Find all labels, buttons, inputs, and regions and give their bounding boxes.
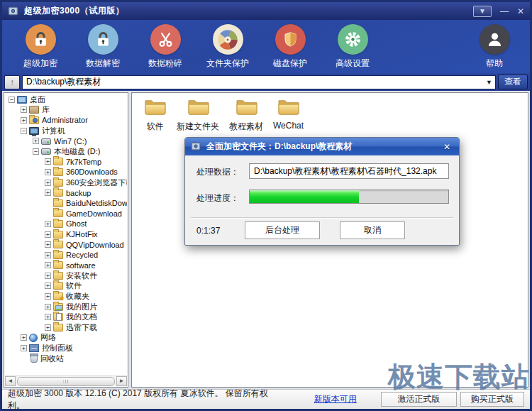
scroll-left-arrow[interactable]: ◄ (5, 376, 16, 386)
expand-toggle[interactable]: + (45, 314, 51, 320)
minimize-button[interactable]: — (500, 6, 509, 16)
title-bar[interactable]: 超级加密3000（试用版） ▼ — ✕ (2, 2, 530, 20)
tree-item[interactable]: +控制面板 (5, 343, 127, 354)
expand-toggle[interactable]: + (45, 180, 51, 186)
collapse-toggle[interactable]: − (33, 148, 39, 155)
folder-icon (53, 272, 63, 280)
expand-toggle[interactable]: + (45, 262, 51, 268)
tree-item-label: 网络 (40, 332, 56, 343)
folder-list: 软件新建文件夹教程素材WeChat (132, 93, 528, 133)
tree-item[interactable]: +收藏夹 (5, 291, 127, 302)
expand-toggle[interactable]: + (45, 293, 51, 300)
tree-item[interactable]: +我的文档 (5, 312, 127, 322)
tree-item-label: 360Downloads (66, 168, 118, 176)
expand-toggle[interactable]: + (21, 106, 27, 113)
tree-item[interactable]: −桌面 (5, 94, 127, 105)
toolbar-item-label: 文件夹保护 (206, 57, 249, 70)
expand-toggle[interactable]: + (33, 138, 39, 144)
expand-toggle[interactable]: + (45, 231, 51, 238)
tree-item[interactable]: +库 (5, 105, 127, 116)
collapse-toggle[interactable]: − (21, 128, 27, 134)
tree-item[interactable]: +Recycled (5, 250, 127, 261)
tree-item[interactable]: +QQVipDownload (5, 239, 127, 250)
up-folder-button[interactable]: ↑ (4, 75, 20, 89)
toolbar-item[interactable]: 高级设置 (321, 24, 384, 70)
tree-item[interactable]: −计算机 (5, 126, 127, 136)
tree-item[interactable]: GameDownload (5, 209, 127, 219)
tree-item[interactable]: +backup (5, 187, 127, 198)
settings-gear-icon (338, 24, 368, 55)
folder-icon (53, 179, 63, 187)
libraries-icon (29, 106, 39, 114)
watermark-text: 极速下载站 (388, 358, 530, 396)
toolbar-item[interactable]: 帮助 (469, 24, 520, 70)
tree-item[interactable]: +我的图片 (5, 302, 127, 312)
tree-item[interactable]: −本地磁盘 (D:) (5, 146, 127, 157)
tree-item[interactable]: BaiduNetdiskDownloa (5, 198, 127, 209)
tree-item[interactable]: +360安全浏览器下载 (5, 177, 127, 188)
combo-dropdown-icon[interactable]: ▼ (486, 79, 492, 86)
tree-item[interactable]: +迅雷下载 (5, 322, 127, 333)
toolbar-item[interactable]: 文件夹保护 (196, 24, 259, 70)
expand-toggle[interactable]: + (45, 252, 51, 258)
tree-item-label: Recycled (66, 251, 98, 259)
recycle-bin-icon (31, 355, 38, 363)
toolbar-item[interactable]: 数据粉碎 (134, 24, 196, 70)
tree-item[interactable]: +安装软件 (5, 270, 127, 281)
tray-chevron-button[interactable]: ▼ (473, 6, 492, 17)
dialog-close-icon[interactable]: ✕ (440, 142, 453, 152)
expand-toggle[interactable]: + (45, 283, 51, 289)
background-process-button[interactable]: 后台处理 (245, 221, 320, 239)
horizontal-scrollbar: ◄ ► (5, 376, 127, 386)
expand-toggle[interactable]: + (45, 273, 51, 279)
toolbar-item[interactable]: 磁盘保护 (259, 24, 321, 70)
folder-icon (53, 158, 63, 165)
tree-item-label: 迅雷下载 (66, 322, 97, 333)
content-folder[interactable]: WeChat (273, 97, 304, 131)
expand-toggle[interactable]: + (45, 304, 51, 310)
collapse-toggle[interactable]: − (9, 97, 15, 103)
tree-item[interactable]: +software (5, 261, 127, 271)
close-button[interactable]: ✕ (517, 6, 524, 16)
folder-icon (277, 97, 300, 119)
expand-toggle[interactable]: + (45, 169, 51, 175)
expand-toggle[interactable]: + (21, 117, 27, 124)
tree-item[interactable]: 回收站 (5, 354, 127, 364)
expand-toggle[interactable]: + (45, 324, 51, 331)
scrollbar-thumb[interactable] (17, 377, 115, 386)
dialog-title: 全面加密文件夹：D:\backup\教程素材 (206, 141, 352, 153)
tree-item-label: 我的图片 (66, 302, 97, 312)
tree-item[interactable]: +Administrator (5, 115, 127, 126)
content-folder[interactable]: 新建文件夹 (177, 97, 219, 133)
toolbar-item[interactable]: 数据解密 (72, 24, 134, 70)
expand-toggle[interactable]: + (45, 190, 51, 196)
content-folder[interactable]: 软件 (143, 97, 167, 133)
new-version-link[interactable]: 新版本可用 (314, 393, 357, 405)
expand-toggle[interactable]: + (45, 158, 51, 165)
tree-item[interactable]: +360Downloads (5, 167, 127, 177)
tree-item[interactable]: +7k7kTemp (5, 157, 127, 168)
expand-toggle[interactable]: + (21, 345, 27, 351)
tree-item-label: Win7 (C:) (54, 137, 87, 146)
tree-item[interactable]: +Win7 (C:) (5, 136, 127, 146)
expand-toggle[interactable]: + (21, 334, 27, 341)
tree-item[interactable]: +KJHotFix (5, 229, 127, 240)
tree-item[interactable]: +软件 (5, 281, 127, 292)
expand-toggle[interactable]: + (45, 241, 51, 248)
content-folder[interactable]: 教程素材 (229, 97, 263, 133)
expand-toggle[interactable]: + (45, 221, 51, 227)
toolbar-item-label: 帮助 (486, 57, 503, 70)
tree-item[interactable]: +网络 (5, 333, 127, 344)
dialog-title-bar[interactable]: 全面加密文件夹：D:\backup\教程素材 ✕ (185, 138, 459, 155)
toolbar-item[interactable]: 超级加密 (9, 24, 72, 70)
address-bar: ↑ ▼ 查看 (2, 73, 530, 91)
scroll-right-arrow[interactable]: ► (116, 376, 127, 386)
folder-label: 软件 (147, 121, 164, 133)
tree-item[interactable]: +Ghost (5, 219, 127, 229)
view-button[interactable]: 查看 (498, 75, 528, 89)
progress-fill (250, 190, 359, 203)
cancel-button[interactable]: 取消 (340, 221, 405, 239)
processing-file-field[interactable]: D:\backup\教程素材\教程素材\石器时代_132.apk (249, 163, 449, 179)
copyright-text: 超级加密 3000 版本 12.16 (C) 2017 版权所有 夏冰软件。 保… (8, 388, 272, 411)
address-input[interactable] (23, 76, 495, 89)
